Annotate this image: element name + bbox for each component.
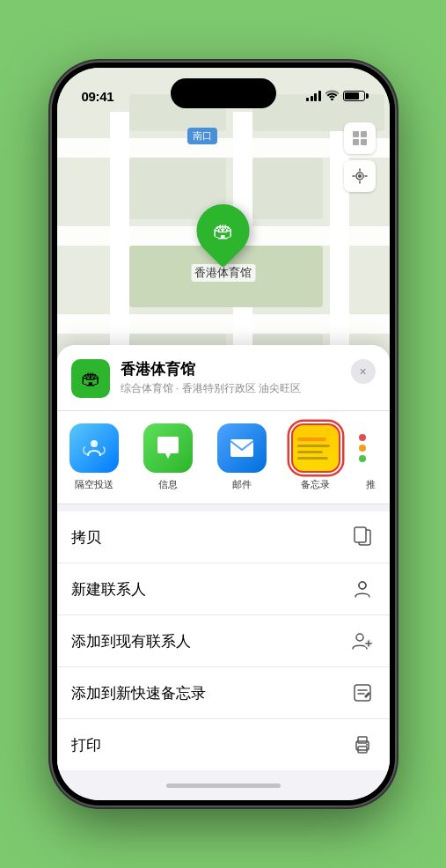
share-app-mail[interactable]: 邮件 <box>205 423 279 491</box>
close-button[interactable]: × <box>351 359 376 384</box>
share-app-more[interactable]: 推 <box>353 423 390 491</box>
phone-frame: 09:41 <box>52 63 395 805</box>
venue-info: 香港体育馆 综合体育馆 · 香港特别行政区 油尖旺区 <box>121 359 340 396</box>
action-rows: 拷贝 新建联系人 <box>57 511 390 770</box>
phone-screen: 09:41 <box>57 68 390 800</box>
notes-icon[interactable] <box>291 423 340 473</box>
action-copy[interactable]: 拷贝 <box>57 511 390 563</box>
mail-icon[interactable] <box>217 423 267 473</box>
svg-rect-0 <box>353 131 359 137</box>
svg-point-5 <box>358 174 362 178</box>
svg-point-11 <box>359 582 366 589</box>
home-indicator <box>57 770 390 800</box>
svg-point-12 <box>356 634 363 641</box>
venue-description: 综合体育馆 · 香港特别行政区 油尖旺区 <box>121 381 340 396</box>
notes-label: 备忘录 <box>301 478 330 491</box>
action-print-label: 打印 <box>71 735 101 755</box>
action-add-contact-label: 添加到现有联系人 <box>71 631 191 651</box>
home-bar <box>166 783 281 788</box>
messages-label: 信息 <box>158 478 178 491</box>
airdrop-icon[interactable] <box>69 423 119 473</box>
svg-rect-2 <box>353 139 359 145</box>
signal-icon <box>306 91 321 101</box>
more-label: 推 <box>366 478 376 491</box>
share-app-messages[interactable]: 信息 <box>131 423 205 491</box>
action-copy-label: 拷贝 <box>71 527 101 548</box>
messages-icon[interactable] <box>143 423 193 473</box>
pin-icon: 🏟 <box>186 194 260 268</box>
svg-rect-3 <box>361 139 367 145</box>
action-print[interactable]: 打印 <box>57 719 390 770</box>
dynamic-island <box>171 78 276 108</box>
venue-icon: 🏟 <box>71 359 110 398</box>
svg-rect-18 <box>358 737 367 743</box>
svg-point-6 <box>91 440 98 447</box>
airdrop-label: 隔空投送 <box>75 478 113 491</box>
battery-icon <box>343 91 365 101</box>
location-button[interactable] <box>344 160 376 192</box>
map-controls[interactable] <box>344 122 376 192</box>
svg-rect-9 <box>355 527 366 542</box>
svg-rect-7 <box>230 439 253 457</box>
add-contact-icon <box>349 628 376 654</box>
copy-icon <box>349 524 376 550</box>
share-app-notes[interactable]: 备忘录 <box>279 423 353 491</box>
status-icons <box>306 90 365 103</box>
quick-note-icon <box>349 680 376 706</box>
map-label: 南口 <box>187 128 217 144</box>
new-contact-icon <box>349 576 376 602</box>
action-quick-note[interactable]: 添加到新快速备忘录 <box>57 667 390 719</box>
wifi-icon <box>325 90 339 103</box>
action-quick-note-label: 添加到新快速备忘录 <box>71 683 206 703</box>
map-type-button[interactable] <box>344 122 376 154</box>
share-apps-row: 隔空投送 信息 <box>57 411 390 504</box>
share-app-airdrop[interactable]: 隔空投送 <box>57 423 131 491</box>
status-time: 09:41 <box>82 89 114 104</box>
location-pin: 🏟 香港体育馆 <box>191 204 255 282</box>
print-icon <box>349 732 376 758</box>
svg-rect-1 <box>361 131 367 137</box>
svg-point-20 <box>366 744 368 746</box>
mail-label: 邮件 <box>232 478 252 491</box>
action-new-contact-label: 新建联系人 <box>71 579 146 600</box>
action-new-contact[interactable]: 新建联系人 <box>57 563 390 615</box>
venue-header: 🏟 香港体育馆 综合体育馆 · 香港特别行政区 油尖旺区 × <box>57 345 390 411</box>
bottom-sheet: 🏟 香港体育馆 综合体育馆 · 香港特别行政区 油尖旺区 × <box>57 345 390 800</box>
action-add-contact[interactable]: 添加到现有联系人 <box>57 615 390 667</box>
venue-name: 香港体育馆 <box>121 359 340 379</box>
